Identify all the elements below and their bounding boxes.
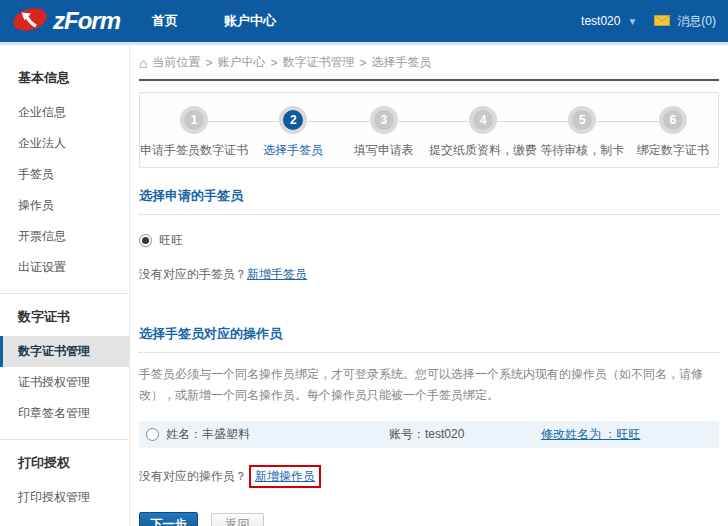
breadcrumb-separator: > — [270, 56, 277, 70]
step-label: 等待审核，制卡 — [540, 142, 624, 159]
breadcrumb-separator: > — [205, 56, 212, 70]
logo-text: zForm — [53, 7, 120, 35]
action-buttons: 下一步 返回 — [139, 512, 719, 526]
signer-radio-label: 旺旺 — [159, 232, 183, 249]
wizard-step-2-active: 2 选择手签员 — [248, 93, 339, 167]
wizard-step-4: 4 提交纸质资料，缴费 — [429, 93, 537, 167]
sidebar-section-basic-info: 基本信息 — [0, 61, 129, 97]
step-label: 填写申请表 — [354, 142, 414, 159]
operator-row: 姓名：丰盛塑料 账号：test020 修改姓名为 ：旺旺 — [139, 421, 719, 448]
breadcrumb-account-center[interactable]: 账户中心 — [217, 54, 265, 71]
step-label: 选择手签员 — [263, 142, 323, 159]
signer-radio-row: 旺旺 — [139, 232, 719, 249]
wizard-step-6: 6 绑定数字证书 — [628, 93, 719, 167]
sidebar-divider — [0, 293, 129, 294]
dotted-divider — [139, 352, 719, 353]
step-circle: 6 — [659, 106, 687, 134]
step-label: 申请手签员数字证书 — [140, 142, 248, 159]
sidebar: 基本信息 企业信息 企业法人 手签员 操作员 开票信息 出证设置 数字证书 数字… — [0, 45, 130, 526]
step-wizard: 1 申请手签员数字证书 2 选择手签员 3 填写申请表 4 提交纸质资料，缴费 … — [139, 92, 719, 168]
signer-no-match-text: 没有对应的手签员？ — [139, 267, 247, 281]
step-label: 绑定数字证书 — [637, 142, 709, 159]
logo-arrow-icon — [12, 6, 48, 37]
sidebar-divider — [0, 439, 129, 440]
sidebar-item-invoice-info[interactable]: 开票信息 — [0, 221, 129, 252]
sidebar-item-print-auth-mgmt[interactable]: 打印授权管理 — [0, 482, 129, 513]
logo[interactable]: zForm — [0, 6, 138, 37]
back-button[interactable]: 返回 — [211, 513, 264, 526]
chevron-down-icon[interactable]: ▼ — [627, 16, 637, 27]
step-label: 提交纸质资料，缴费 — [429, 142, 537, 159]
signer-section-title: 选择申请的手签员 — [139, 187, 719, 205]
next-step-button[interactable]: 下一步 — [139, 512, 198, 526]
modify-name-link[interactable]: 修改姓名为 ：旺旺 — [541, 426, 640, 443]
breadcrumb-digital-cert-mgmt[interactable]: 数字证书管理 — [283, 54, 355, 71]
wizard-step-3: 3 填写申请表 — [339, 93, 430, 167]
annotation-highlight-box: 新增操作员 — [249, 465, 321, 488]
sidebar-item-cert-settings[interactable]: 出证设置 — [0, 252, 129, 283]
wizard-step-1: 1 申请手签员数字证书 — [140, 93, 248, 167]
add-operator-link[interactable]: 新增操作员 — [255, 469, 315, 483]
home-icon: ⌂ — [139, 57, 147, 69]
main-nav: 首页 账户中心 — [152, 12, 276, 30]
nav-item-home[interactable]: 首页 — [152, 12, 178, 30]
operator-radio-button[interactable] — [146, 428, 159, 441]
operator-description: 手签员必须与一个同名操作员绑定，才可登录系统。您可以选择一个系统内现有的操作员（… — [139, 364, 719, 406]
main-content: ⌂ 当前位置 > 账户中心 > 数字证书管理 > 选择手签员 1 申请手签员数字… — [130, 45, 728, 526]
app-header: zForm 首页 账户中心 test020 ▼ 消息(0) — [0, 0, 728, 42]
sidebar-item-hand-signer[interactable]: 手签员 — [0, 159, 129, 190]
signer-radio-button[interactable] — [139, 234, 152, 247]
breadcrumb-divider — [139, 79, 719, 81]
username[interactable]: test020 — [581, 14, 620, 28]
envelope-icon — [654, 12, 670, 30]
breadcrumb-separator: > — [360, 56, 367, 70]
operator-no-match-text: 没有对应的操作员？ — [139, 468, 247, 485]
step-circle: 1 — [180, 106, 208, 134]
dotted-divider — [139, 214, 719, 215]
sidebar-item-operator[interactable]: 操作员 — [0, 190, 129, 221]
sidebar-section-print-auth: 打印授权 — [0, 446, 129, 482]
sidebar-section-digital-cert: 数字证书 — [0, 300, 129, 336]
add-signer-link[interactable]: 新增手签员 — [247, 267, 307, 281]
wizard-step-5: 5 等待审核，制卡 — [537, 93, 628, 167]
operator-section-title: 选择手签员对应的操作员 — [139, 325, 719, 343]
nav-item-account-center[interactable]: 账户中心 — [224, 12, 276, 30]
operator-name: 姓名：丰盛塑料 — [166, 426, 250, 443]
sidebar-item-cert-auth-mgmt[interactable]: 证书授权管理 — [0, 367, 129, 398]
breadcrumb: ⌂ 当前位置 > 账户中心 > 数字证书管理 > 选择手签员 — [139, 54, 719, 71]
sidebar-item-seal-signature-mgmt[interactable]: 印章签名管理 — [0, 398, 129, 429]
signer-no-match-line: 没有对应的手签员？新增手签员 — [139, 266, 719, 283]
operator-no-match-line: 没有对应的操作员？ 新增操作员 — [139, 465, 719, 488]
sidebar-item-enterprise-info[interactable]: 企业信息 — [0, 97, 129, 128]
breadcrumb-current-location: 当前位置 — [152, 54, 200, 71]
step-circle: 5 — [568, 106, 596, 134]
header-right: test020 ▼ 消息(0) — [581, 12, 728, 30]
messages-link[interactable]: 消息(0) — [677, 13, 716, 30]
step-circle: 4 — [469, 106, 497, 134]
step-circle: 2 — [279, 106, 307, 134]
operator-account: 账号：test020 — [389, 426, 541, 443]
breadcrumb-select-signer: 选择手签员 — [372, 54, 432, 71]
step-circle: 3 — [370, 106, 398, 134]
sidebar-item-legal-person[interactable]: 企业法人 — [0, 128, 129, 159]
sidebar-item-digital-cert-mgmt[interactable]: 数字证书管理 — [0, 336, 129, 367]
